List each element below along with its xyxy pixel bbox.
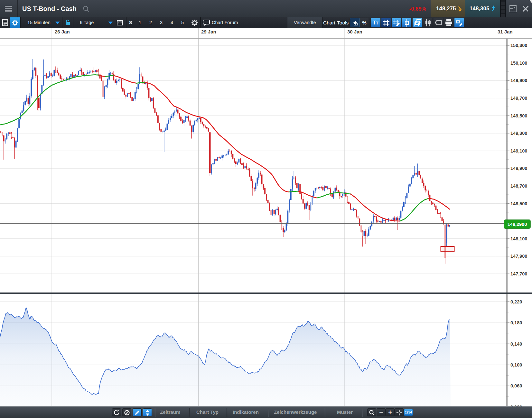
svg-text:147,700: 147,700 <box>510 271 527 276</box>
svg-text:150,100: 150,100 <box>510 60 527 66</box>
svg-text:0,140: 0,140 <box>510 341 522 347</box>
svg-text:30 Jan: 30 Jan <box>347 29 362 34</box>
svg-text:149,900: 149,900 <box>510 78 527 83</box>
svg-text:148,2900: 148,2900 <box>508 222 527 227</box>
svg-text:149,500: 149,500 <box>510 113 527 118</box>
svg-text:149,100: 149,100 <box>510 148 527 153</box>
svg-text:0,180: 0,180 <box>510 320 522 325</box>
svg-text:148,500: 148,500 <box>510 201 527 206</box>
svg-text:147,900: 147,900 <box>510 254 527 259</box>
svg-text:26 Jan: 26 Jan <box>55 29 70 34</box>
svg-text:150,300: 150,300 <box>510 43 527 48</box>
svg-text:148,700: 148,700 <box>510 183 527 189</box>
svg-text:149,700: 149,700 <box>510 96 527 101</box>
svg-text:148,900: 148,900 <box>510 166 527 171</box>
svg-text:149,300: 149,300 <box>510 131 527 136</box>
svg-text:0,100: 0,100 <box>510 362 522 367</box>
svg-text:0,060: 0,060 <box>510 383 522 388</box>
svg-text:31 Jan: 31 Jan <box>498 29 513 34</box>
svg-text:29 Jan: 29 Jan <box>201 29 216 34</box>
svg-text:148,100: 148,100 <box>510 236 527 241</box>
svg-text:0,220: 0,220 <box>510 299 522 304</box>
